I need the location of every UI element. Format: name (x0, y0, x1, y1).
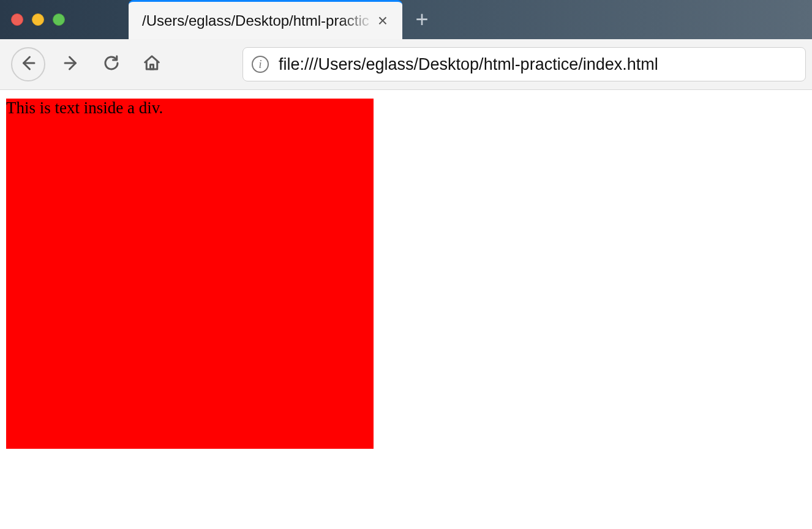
new-tab-button[interactable]: + (402, 0, 442, 39)
back-button[interactable] (11, 47, 45, 81)
nav-button-group (6, 47, 167, 81)
window-close-button[interactable] (11, 13, 23, 26)
home-icon (143, 54, 161, 75)
window-maximize-button[interactable] (53, 13, 65, 26)
reload-icon (102, 54, 121, 75)
titlebar: /Users/eglass/Desktop/html-practic × + (0, 0, 812, 39)
arrow-left-icon (19, 54, 37, 75)
active-tab[interactable]: /Users/eglass/Desktop/html-practic × (129, 0, 402, 39)
nav-toolbar: i file:///Users/eglass/Desktop/html-prac… (0, 39, 812, 90)
address-bar[interactable]: i file:///Users/eglass/Desktop/html-prac… (242, 47, 806, 81)
arrow-right-icon (62, 54, 80, 75)
content-div: This is text inside a div. (6, 99, 374, 449)
tab-title: /Users/eglass/Desktop/html-practic (142, 12, 374, 29)
window-controls (0, 0, 129, 39)
svg-rect-2 (151, 65, 154, 70)
tab-close-button[interactable]: × (374, 12, 391, 29)
window-minimize-button[interactable] (32, 13, 44, 26)
url-text: file:///Users/eglass/Desktop/html-practi… (279, 55, 797, 74)
site-info-icon[interactable]: i (252, 56, 269, 73)
content-div-text: This is text inside a div. (6, 99, 163, 117)
home-button[interactable] (137, 50, 167, 79)
reload-button[interactable] (97, 50, 126, 79)
page-viewport: This is text inside a div. (0, 90, 812, 449)
forward-button[interactable] (56, 50, 86, 79)
